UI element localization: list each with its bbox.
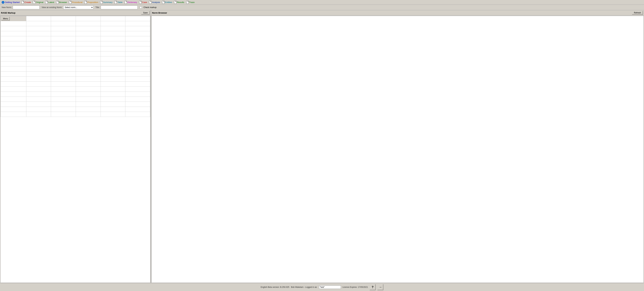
grid-cell[interactable] bbox=[26, 31, 51, 36]
grid-cell[interactable] bbox=[126, 16, 150, 21]
grid-cell[interactable] bbox=[51, 16, 76, 21]
grid-cell[interactable] bbox=[76, 51, 101, 56]
grid-cell[interactable] bbox=[126, 87, 150, 92]
grid-cell[interactable] bbox=[76, 16, 101, 21]
grid-cell[interactable] bbox=[51, 92, 76, 97]
grid-cell[interactable] bbox=[76, 107, 101, 112]
grid-cell[interactable] bbox=[51, 51, 76, 56]
grid-cell[interactable] bbox=[126, 102, 150, 107]
grid-cell[interactable] bbox=[76, 46, 101, 51]
grid-cell[interactable] bbox=[1, 46, 26, 51]
grid-cell[interactable] bbox=[100, 107, 126, 112]
nav-table[interactable]: Table bbox=[114, 1, 123, 4]
grid-cell[interactable] bbox=[126, 107, 150, 112]
grid-cell[interactable] bbox=[1, 72, 26, 77]
grid-cell[interactable] bbox=[51, 36, 76, 41]
grid-cell[interactable] bbox=[126, 82, 150, 87]
grid-cell[interactable] bbox=[51, 67, 76, 72]
grid-cell[interactable] bbox=[26, 97, 51, 102]
grid-cell[interactable] bbox=[126, 46, 150, 51]
grid-cell[interactable] bbox=[1, 92, 26, 97]
nav-original[interactable]: Original bbox=[32, 1, 44, 4]
grid-cell[interactable] bbox=[26, 102, 51, 107]
title-input[interactable] bbox=[101, 6, 138, 9]
grid-cell[interactable] bbox=[51, 102, 76, 107]
grid-cell[interactable] bbox=[1, 51, 26, 56]
grid-cell[interactable] bbox=[51, 97, 76, 102]
nav-proposition[interactable]: Proposition bbox=[84, 1, 99, 4]
grid-cell[interactable] bbox=[76, 112, 101, 117]
grid-cell[interactable] bbox=[76, 26, 101, 31]
grid-cell[interactable] bbox=[51, 77, 76, 82]
grid-cell[interactable] bbox=[1, 36, 26, 41]
grid-cell[interactable] bbox=[26, 46, 51, 51]
grid-cell[interactable] bbox=[76, 36, 101, 41]
grid-cell[interactable] bbox=[26, 41, 51, 46]
grid-cell[interactable] bbox=[76, 87, 101, 92]
rase-grid-container[interactable]: Menu bbox=[0, 16, 150, 283]
grid-cell[interactable] bbox=[26, 92, 51, 97]
grid-cell[interactable] bbox=[26, 56, 51, 62]
nav-browser[interactable]: Browser bbox=[56, 1, 68, 4]
grid-cell[interactable] bbox=[126, 41, 150, 46]
grid-cell[interactable] bbox=[126, 92, 150, 97]
nav-analysis[interactable]: Analysis bbox=[148, 1, 160, 4]
grid-cell[interactable] bbox=[1, 107, 26, 112]
grid-cell[interactable] bbox=[100, 41, 126, 46]
grid-cell[interactable] bbox=[51, 56, 76, 62]
grid-cell[interactable] bbox=[100, 16, 126, 21]
grid-cell[interactable] bbox=[26, 112, 51, 117]
grid-cell[interactable] bbox=[126, 97, 150, 102]
grid-cell[interactable] bbox=[1, 41, 26, 46]
grid-cell[interactable] bbox=[126, 62, 150, 67]
grid-cell[interactable] bbox=[100, 92, 126, 97]
grid-cell[interactable] bbox=[100, 112, 126, 117]
nav-getting-started[interactable]: i Getting Started bbox=[1, 1, 20, 4]
grid-cell[interactable] bbox=[126, 51, 150, 56]
grid-cell[interactable] bbox=[100, 67, 126, 72]
grid-cell[interactable] bbox=[76, 82, 101, 87]
grid-cell[interactable] bbox=[1, 97, 26, 102]
grid-cell[interactable]: Menu bbox=[1, 16, 26, 21]
grid-cell[interactable] bbox=[100, 51, 126, 56]
grid-cell[interactable] bbox=[1, 67, 26, 72]
grid-cell[interactable] bbox=[1, 21, 26, 26]
grid-cell[interactable] bbox=[51, 26, 76, 31]
grid-cell[interactable] bbox=[126, 26, 150, 31]
username-input[interactable] bbox=[319, 285, 341, 289]
nav-trace[interactable]: Trace bbox=[186, 1, 195, 4]
grid-cell[interactable] bbox=[126, 77, 150, 82]
grid-cell[interactable] bbox=[1, 102, 26, 107]
grid-cell[interactable] bbox=[1, 62, 26, 67]
nav-results[interactable]: Results bbox=[174, 1, 185, 4]
grid-cell[interactable] bbox=[51, 112, 76, 117]
grid-cell[interactable] bbox=[76, 97, 101, 102]
menu-button[interactable]: Menu bbox=[1, 17, 10, 21]
grid-cell[interactable] bbox=[76, 62, 101, 67]
nav-entities[interactable]: Entities bbox=[162, 1, 173, 4]
grid-cell[interactable] bbox=[51, 41, 76, 46]
grid-cell[interactable] bbox=[100, 36, 126, 41]
grid-cell[interactable] bbox=[51, 46, 76, 51]
grid-cell[interactable] bbox=[76, 21, 101, 26]
grid-cell[interactable] bbox=[126, 31, 150, 36]
grid-cell[interactable] bbox=[126, 112, 150, 117]
grid-cell[interactable] bbox=[100, 62, 126, 67]
grid-cell[interactable] bbox=[26, 36, 51, 41]
select-norm-dropdown[interactable]: Select norm... bbox=[63, 6, 94, 9]
grid-cell[interactable] bbox=[76, 72, 101, 77]
grid-cell[interactable] bbox=[26, 87, 51, 92]
grid-cell[interactable] bbox=[76, 77, 101, 82]
grid-cell[interactable] bbox=[26, 26, 51, 31]
grid-cell[interactable] bbox=[51, 62, 76, 67]
nav-case[interactable]: Case bbox=[138, 1, 148, 4]
grid-cell[interactable] bbox=[100, 31, 126, 36]
grid-cell[interactable] bbox=[76, 67, 101, 72]
check-markup-checkbox[interactable] bbox=[140, 7, 142, 9]
save-button[interactable]: Save bbox=[141, 11, 150, 15]
grid-cell[interactable] bbox=[26, 82, 51, 87]
nav-procedural[interactable]: Procedural bbox=[68, 1, 83, 4]
help-button[interactable]: ? bbox=[370, 284, 376, 290]
grid-cell[interactable] bbox=[100, 72, 126, 77]
grid-cell[interactable] bbox=[100, 46, 126, 51]
